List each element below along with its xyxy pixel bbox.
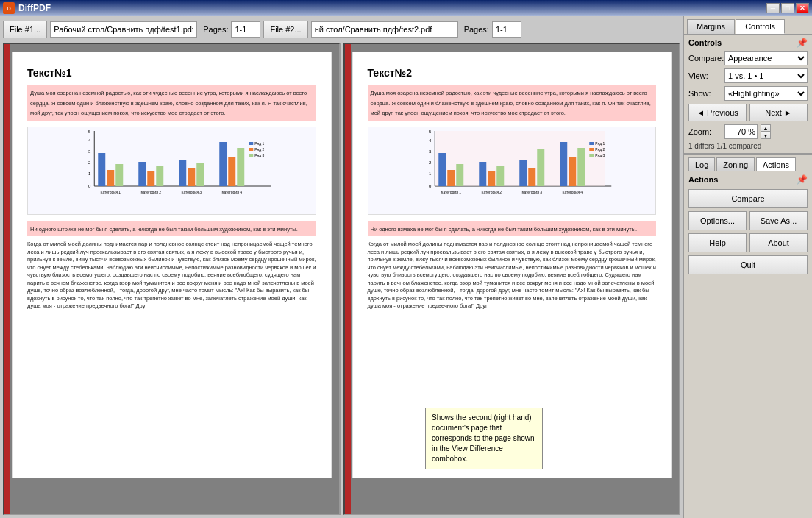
pdf2-para1: Душа моя озарена неземной радостью, как … [368,85,657,121]
file2-pages-input[interactable] [492,21,521,38]
svg-rect-15 [188,168,195,186]
pdf-viewer-2[interactable]: Текст№2 Душа моя озарена неземной радост… [343,43,681,515]
svg-rect-24 [249,142,253,145]
zoom-spinner: ▲ ▼ [761,124,771,139]
svg-rect-45 [519,160,527,186]
next-arrow-icon: ► [784,108,792,117]
pdf1-chart-svg: 0 1 2 3 4 5 [28,127,316,201]
svg-text:5: 5 [88,130,91,134]
file2-pages-label: Pages: [464,25,489,34]
svg-rect-14 [179,160,186,186]
controls-section-header: Controls 📌 [688,38,808,48]
svg-rect-47 [537,149,544,186]
prev-arrow-icon: ◄ [697,108,705,117]
app-icon: D [3,2,15,14]
svg-text:Ряд 1: Ряд 1 [595,141,605,146]
zoom-input[interactable] [724,124,758,139]
svg-text:Категория 4: Категория 4 [562,190,583,194]
tab-log[interactable]: Log [688,157,715,171]
pdf2-para3: Когда от милой моей долины поднимается п… [368,241,657,311]
svg-rect-9 [107,170,114,186]
close-button[interactable]: ✕ [796,3,809,13]
file2-path[interactable] [311,21,458,38]
about-button[interactable]: About [749,233,808,252]
title-bar: D DiffPDF ─ □ ✕ [0,0,812,16]
quit-button[interactable]: Quit [688,255,808,274]
pdf1-para2: Ни одного штриха не мог бы я сделать, а … [27,221,316,237]
diff-marker-right [345,44,351,514]
help-about-row: Help About [688,233,808,252]
saveas-button[interactable]: Save As... [749,211,808,230]
svg-text:Категория 3: Категория 3 [521,190,542,194]
actions-header: Actions 📌 [688,174,808,185]
svg-text:Ряд 2: Ряд 2 [595,147,605,152]
pdf2-text1: Душа моя озарена неземной радостью, как … [371,90,651,116]
controls-section: Controls 📌 Compare: Appearance View: 1 v… [684,35,812,154]
pdf1-para1: Душа моя озарена неземной радостью, как … [27,85,316,121]
svg-text:Ряд 3: Ряд 3 [254,153,264,157]
svg-rect-11 [138,162,146,186]
right-panel: Margins Controls Controls 📌 Compare: App… [683,16,812,518]
svg-text:Категория 1: Категория 1 [100,190,121,194]
svg-rect-26 [249,148,253,151]
tab-controls[interactable]: Controls [736,19,785,34]
compare-button[interactable]: Compare [688,189,808,208]
svg-rect-17 [219,142,227,186]
diff-marker-left [4,44,10,514]
zoom-up-button[interactable]: ▲ [761,124,771,132]
left-panel: File #1... Pages: File #2... Pages: Текс… [0,16,683,518]
zoom-down-button[interactable]: ▼ [761,132,771,139]
svg-rect-43 [488,171,495,186]
svg-text:Ряд 2: Ряд 2 [254,147,264,152]
svg-rect-40 [447,170,455,186]
compare-select[interactable]: Appearance [724,51,808,65]
controls-pin-icon[interactable]: 📌 [797,38,808,48]
actions-label: Actions [688,175,718,184]
previous-button[interactable]: ◄ Previous [688,104,747,121]
pdf1-chart: 0 1 2 3 4 5 [27,127,316,215]
svg-text:1: 1 [88,171,91,176]
file1-button[interactable]: File #1... [3,21,47,38]
tooltip: Shows the second (right hand) document's… [425,408,543,469]
pdf-page-1: Текст№1 Душа моя озарена неземной радост… [12,52,332,478]
svg-rect-18 [228,157,235,186]
window-controls: ─ □ ✕ [766,3,809,13]
svg-text:Категория 3: Категория 3 [181,190,202,194]
tab-zoning[interactable]: Zoning [716,157,755,171]
pdf-viewer-1[interactable]: Текст№1 Душа моя озарена неземной радост… [3,43,341,515]
file2-button[interactable]: File #2... [263,21,307,38]
pdf1-para3: Когда от милой моей долины поднимается п… [27,241,316,311]
tab-margins[interactable]: Margins [687,19,735,34]
compare-row: Compare: Appearance [688,51,808,65]
pdf1-text2: Ни одного штриха не мог бы я сделать, а … [30,226,298,233]
svg-text:4: 4 [428,138,431,143]
actions-pin-icon[interactable]: 📌 [797,174,808,185]
view-select[interactable]: 1 vs. 1 • 1 [724,68,808,83]
view-row: View: 1 vs. 1 • 1 [688,68,808,83]
options-button[interactable]: Options... [688,211,747,230]
svg-text:Категория 2: Категория 2 [481,190,502,194]
svg-rect-50 [577,148,585,186]
svg-text:Категория 2: Категория 2 [140,190,161,194]
tab-actions[interactable]: Actions [756,157,796,171]
svg-rect-28 [249,154,253,157]
svg-text:0: 0 [428,184,431,188]
view-label: View: [688,71,722,80]
svg-rect-44 [496,166,504,186]
file1-path[interactable] [50,21,197,38]
svg-text:Ряд 1: Ряд 1 [254,141,264,146]
next-button[interactable]: Next ► [749,104,808,121]
minimize-button[interactable]: ─ [766,3,780,13]
maximize-button[interactable]: □ [781,3,794,13]
svg-rect-57 [589,148,594,151]
svg-rect-41 [456,164,463,186]
svg-text:1: 1 [428,171,431,176]
pdf2-chart: 0 1 2 3 4 5 [368,127,657,215]
svg-rect-16 [196,163,204,186]
svg-rect-46 [528,168,535,186]
help-button[interactable]: Help [688,233,747,252]
svg-text:2: 2 [428,160,431,165]
file1-pages-input[interactable] [231,21,260,38]
show-select[interactable]: «Highlighting» [724,86,808,101]
svg-text:2: 2 [88,160,91,165]
